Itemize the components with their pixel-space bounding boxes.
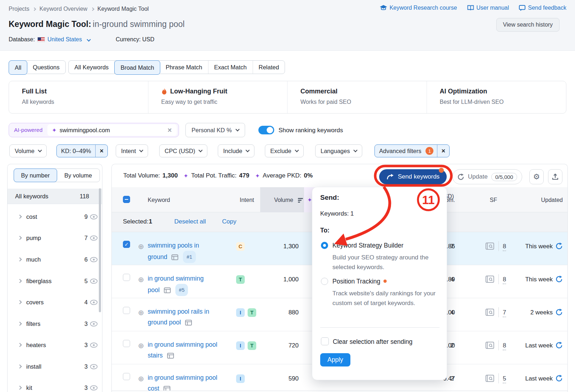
expand-chevron-icon[interactable] — [18, 386, 22, 389]
select-all-checkbox[interactable] — [123, 196, 130, 203]
sf-count-link[interactable]: 8 — [503, 276, 506, 284]
advanced-filters[interactable]: Advanced filters 1 × — [374, 144, 450, 157]
row-checkbox[interactable]: ✓ — [123, 241, 130, 248]
send-keywords-button[interactable]: Send keywords — [379, 169, 447, 184]
cpc-filter[interactable]: CPC (USD) — [159, 144, 207, 157]
expand-chevron-icon[interactable] — [18, 279, 22, 283]
tab-related[interactable]: Related — [253, 61, 285, 74]
languages-filter[interactable]: Languages — [315, 144, 362, 157]
serp-features-icon[interactable] — [486, 276, 494, 283]
settings-button[interactable]: ⚙ — [529, 169, 544, 184]
row-checkbox[interactable] — [123, 340, 130, 347]
column-header-updated[interactable]: Updated — [510, 197, 563, 203]
column-header-keyword[interactable]: Keyword — [148, 197, 170, 203]
row-checkbox[interactable] — [123, 307, 130, 314]
column-header-sf[interactable]: SF — [486, 197, 501, 203]
sidebar-item-heaters[interactable]: heaters 3 — [8, 334, 102, 356]
eye-icon[interactable] — [90, 364, 98, 369]
row-checkbox[interactable] — [123, 373, 130, 380]
include-filter[interactable]: Include — [218, 144, 254, 157]
sidebar-scrollbar[interactable] — [99, 188, 101, 312]
expand-chevron-icon[interactable] — [18, 343, 22, 347]
refresh-icon[interactable] — [556, 276, 563, 283]
sidebar-item-pump[interactable]: pump 7 — [8, 227, 102, 249]
remove-kd-filter-icon[interactable]: × — [96, 147, 107, 155]
search-input[interactable] — [60, 127, 168, 134]
export-button[interactable] — [548, 169, 562, 184]
sf-count-link[interactable]: 7 — [503, 309, 506, 317]
refresh-icon[interactable] — [556, 375, 563, 382]
breadcrumb-keyword-overview[interactable]: Keyword Overview — [40, 6, 87, 12]
add-keyword-icon[interactable]: ⊕ — [138, 242, 144, 251]
tab-broad-match[interactable]: Broad Match — [114, 60, 160, 75]
sidebar-item-covers[interactable]: covers 4 — [8, 291, 102, 313]
sf-count-link[interactable]: 5 — [503, 375, 506, 383]
sidebar-item-filters[interactable]: filters 3 — [8, 313, 102, 335]
sidebar-item-cost[interactable]: cost 9 — [8, 206, 102, 227]
row-checkbox[interactable] — [123, 274, 130, 281]
option-keyword-strategy-builder-label[interactable]: Keyword Strategy Builder — [332, 242, 403, 249]
card-ai-optimization[interactable]: AI Optimization Best for LLM-driven SEO — [427, 81, 566, 113]
user-manual-link[interactable]: User manual — [467, 5, 509, 11]
sidebar-item-fiberglass[interactable]: fiberglass 5 — [8, 270, 102, 292]
remove-advanced-filters-icon[interactable]: × — [437, 147, 449, 155]
show-ranking-toggle[interactable] — [258, 126, 274, 134]
database-selector[interactable]: United States — [47, 36, 82, 43]
clear-selection-checkbox[interactable] — [321, 337, 329, 345]
clear-search-icon[interactable]: × — [167, 126, 172, 134]
sidebar-item-kit[interactable]: kit 3 — [8, 377, 102, 392]
serp-preview-icon[interactable] — [164, 287, 171, 293]
card-commercial[interactable]: Commercial Works for paid SEO — [288, 81, 427, 113]
serp-features-icon[interactable] — [486, 375, 494, 382]
volume-filter[interactable]: Volume — [9, 144, 47, 157]
add-keyword-icon[interactable]: ⊕ — [138, 374, 144, 383]
radio-keyword-strategy-builder[interactable] — [321, 242, 328, 249]
expand-chevron-icon[interactable] — [18, 215, 22, 218]
keyword-link[interactable]: pool — [148, 286, 160, 294]
keyword-link[interactable]: ground — [148, 253, 167, 260]
tab-phrase-match[interactable]: Phrase Match — [160, 61, 208, 74]
eye-icon[interactable] — [90, 385, 98, 391]
option-position-tracking-label[interactable]: Position Tracking — [332, 278, 387, 285]
add-keyword-icon[interactable]: ⊕ — [138, 275, 144, 284]
sort-descending-icon[interactable] — [298, 198, 303, 203]
sidebar-item-much[interactable]: much 6 — [8, 249, 102, 270]
eye-icon[interactable] — [90, 214, 98, 220]
expand-chevron-icon[interactable] — [18, 257, 22, 261]
eye-icon[interactable] — [90, 235, 98, 241]
eye-icon[interactable] — [90, 321, 98, 327]
column-header-volume[interactable]: Volume — [264, 197, 293, 203]
add-keyword-icon[interactable]: ⊕ — [138, 341, 144, 350]
keyword-research-course-link[interactable]: Keyword Research course — [380, 5, 457, 11]
send-feedback-link[interactable]: Send feedback — [519, 5, 566, 11]
eye-icon[interactable] — [90, 257, 98, 262]
refresh-icon[interactable] — [556, 309, 563, 316]
tab-all[interactable]: All — [9, 60, 27, 75]
column-header-intent[interactable]: Intent — [240, 197, 254, 203]
serp-preview-icon[interactable] — [185, 320, 192, 326]
update-button[interactable]: Update 0/5,000 — [452, 169, 522, 184]
keyword-link[interactable]: stairs — [148, 352, 163, 359]
tab-by-volume[interactable]: By volume — [57, 169, 100, 182]
serp-features-icon[interactable] — [486, 342, 494, 349]
refresh-icon[interactable] — [556, 243, 563, 250]
tab-exact-match[interactable]: Exact Match — [208, 61, 253, 74]
sf-count-link[interactable]: 8 — [503, 342, 506, 350]
breadcrumb-projects[interactable]: Projects — [9, 6, 29, 12]
serp-preview-icon[interactable] — [167, 353, 174, 359]
eye-icon[interactable] — [90, 278, 98, 284]
view-search-history-button[interactable]: View search history — [496, 18, 560, 32]
expand-chevron-icon[interactable] — [18, 300, 22, 304]
tab-questions[interactable]: Questions — [27, 61, 65, 74]
serp-features-icon[interactable] — [486, 243, 494, 250]
personal-kd-dropdown[interactable]: Personal KD % — [185, 123, 245, 137]
card-low-hanging-fruit[interactable]: Low-Hanging Fruit Easy way to get traffi… — [148, 81, 288, 113]
refresh-icon[interactable] — [556, 342, 563, 349]
eye-icon[interactable] — [90, 342, 98, 348]
tab-all-keywords[interactable]: All Keywords — [69, 61, 115, 74]
add-keyword-icon[interactable]: ⊕ — [138, 308, 144, 317]
expand-chevron-icon[interactable] — [18, 322, 22, 326]
tab-by-number[interactable]: By number — [14, 169, 57, 182]
sidebar-all-keywords-row[interactable]: All keywords 118 — [8, 189, 102, 204]
keyword-link[interactable]: swimming pools in — [148, 242, 199, 249]
